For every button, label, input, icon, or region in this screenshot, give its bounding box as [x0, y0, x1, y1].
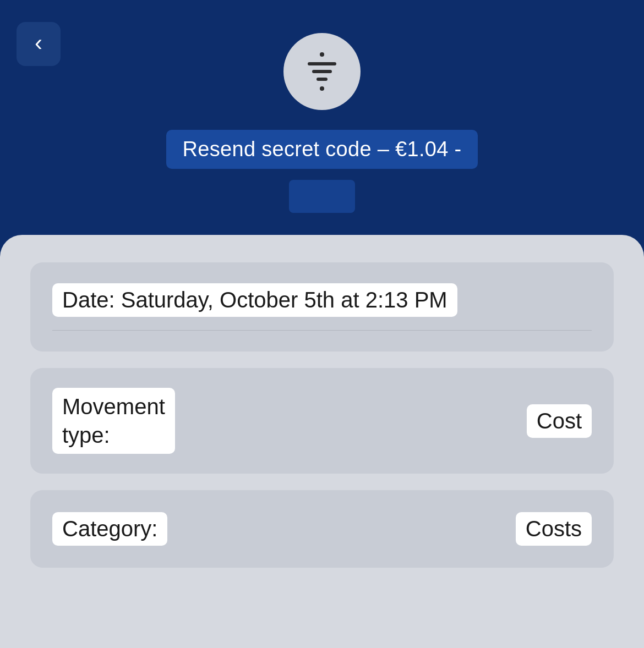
back-button[interactable]: ‹ — [17, 22, 61, 66]
filter-lines — [308, 62, 336, 81]
date-card: Date: Saturday, October 5th at 2:13 PM — [30, 262, 614, 352]
back-chevron-icon: ‹ — [35, 31, 42, 54]
filter-line-1 — [308, 62, 336, 65]
category-value: Costs — [516, 512, 592, 546]
category-card: Category: Costs — [30, 490, 614, 568]
movement-type-label: Movementtype: — [52, 388, 175, 454]
movement-row: Movementtype: Cost — [52, 388, 592, 454]
movement-card: Movementtype: Cost — [30, 368, 614, 474]
filter-dot-top — [320, 52, 324, 57]
filter-dot-bottom — [320, 86, 324, 91]
category-label: Category: — [52, 512, 167, 546]
header: ‹ Resend secret code – €1.04 - — [0, 0, 644, 235]
cost-value: Cost — [527, 404, 592, 438]
filter-line-2 — [312, 70, 332, 73]
filter-line-3 — [316, 78, 328, 81]
app-container: ‹ Resend secret code – €1.04 - Date: Sat… — [0, 0, 644, 648]
page-title: Resend secret code – €1.04 - — [166, 130, 478, 169]
filter-icon — [308, 52, 336, 91]
avatar-placeholder — [289, 180, 355, 213]
bottom-card: Date: Saturday, October 5th at 2:13 PM M… — [0, 235, 644, 648]
icon-circle — [283, 33, 361, 110]
date-text: Date: Saturday, October 5th at 2:13 PM — [52, 283, 457, 317]
date-divider — [52, 330, 592, 331]
